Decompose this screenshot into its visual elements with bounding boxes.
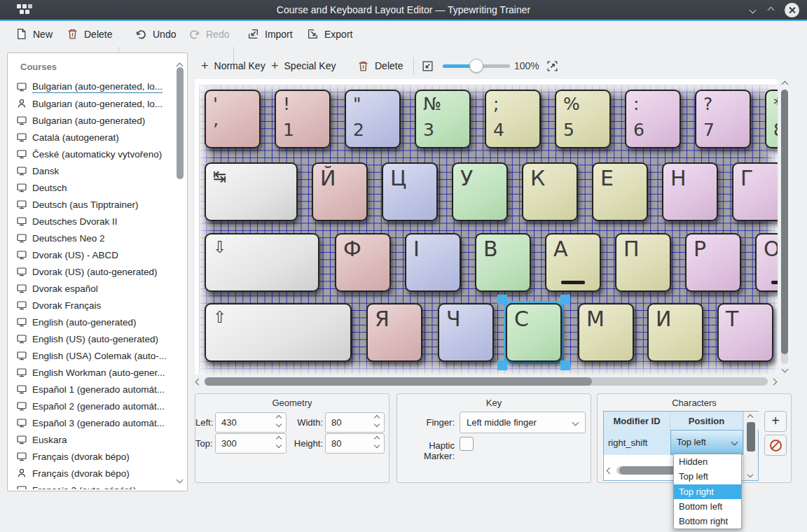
column-header-position[interactable]: Position xyxy=(670,412,743,430)
scrollbar-thumb[interactable] xyxy=(781,90,788,354)
scrollbar-thumb[interactable] xyxy=(205,377,592,386)
key-pe[interactable]: П xyxy=(615,233,671,292)
key-caps[interactable]: ⇩ xyxy=(205,233,319,292)
key-5[interactable]: %5 xyxy=(555,90,611,148)
spin-arrows-icon[interactable] xyxy=(375,416,379,426)
scrollbar-thumb[interactable] xyxy=(747,422,755,451)
course-item[interactable]: Dvorak Français xyxy=(9,297,173,314)
key-short-i[interactable]: Й xyxy=(312,162,368,221)
key-tab[interactable]: ↹ xyxy=(205,162,298,221)
key-es[interactable]: С xyxy=(506,303,562,362)
key-2[interactable]: "2 xyxy=(345,90,401,148)
zoom-original-button[interactable] xyxy=(422,52,434,79)
delete-button[interactable]: Delete xyxy=(67,21,112,47)
left-spinbox[interactable]: 430 xyxy=(215,412,287,433)
scroll-down-icon[interactable] xyxy=(782,366,789,373)
sidebar-scrollbar-thumb[interactable] xyxy=(177,67,184,179)
dropdown-option[interactable]: Hidden xyxy=(674,454,741,469)
course-item[interactable]: Deutsch xyxy=(9,179,173,196)
selection-handle[interactable] xyxy=(560,295,570,304)
dropdown-option[interactable]: Bottom left xyxy=(674,499,741,514)
normal-key-button[interactable]: + Normal Key xyxy=(201,52,265,79)
remove-character-button[interactable] xyxy=(764,435,787,456)
key-i-ukr[interactable]: І xyxy=(405,233,461,292)
key-4[interactable]: ;4 xyxy=(485,90,541,148)
spin-arrows-icon[interactable] xyxy=(375,437,379,447)
zoom-slider-thumb[interactable] xyxy=(469,59,483,73)
course-item[interactable]: Deutsches Neo 2 xyxy=(9,230,173,246)
sidebar-scroll-down-icon[interactable] xyxy=(177,472,182,485)
key-3[interactable]: №3 xyxy=(415,90,471,148)
selection-handle[interactable] xyxy=(497,295,507,304)
key-apostrophe[interactable]: '’ xyxy=(205,90,261,148)
selection-handle[interactable] xyxy=(560,360,570,370)
course-item[interactable]: English Workman (auto-gener... xyxy=(9,364,173,381)
course-item[interactable]: Français (dvorak bépo) xyxy=(9,465,173,482)
scroll-down-icon[interactable] xyxy=(747,472,753,477)
course-item[interactable]: Español 2 (generado automát... xyxy=(9,398,173,414)
course-item[interactable]: Euskara xyxy=(9,431,173,448)
spin-arrows-icon[interactable] xyxy=(277,416,281,426)
keyboard-vertical-scrollbar[interactable] xyxy=(779,79,791,374)
close-button[interactable] xyxy=(783,0,800,20)
course-item[interactable]: English (US) (auto-generated) xyxy=(9,330,173,347)
key-ye[interactable]: Е xyxy=(592,162,648,221)
key-6[interactable]: :6 xyxy=(625,90,681,148)
key-ge[interactable]: Г xyxy=(732,162,778,221)
finger-combobox[interactable]: Left middle finger xyxy=(460,412,586,433)
course-item[interactable]: Dvorak (US) - ABCD xyxy=(9,246,173,263)
key-ef[interactable]: Ф xyxy=(335,233,391,292)
course-item[interactable]: Français 2 (auto-généré) xyxy=(9,482,173,489)
key-er[interactable]: Р xyxy=(685,233,741,292)
scroll-up-icon[interactable] xyxy=(782,81,789,88)
key-8[interactable]: *8 xyxy=(765,90,778,148)
course-item[interactable]: Español 1 (generado automát... xyxy=(9,381,173,398)
key-1[interactable]: !1 xyxy=(275,90,331,148)
course-item[interactable]: English (auto-generated) xyxy=(9,314,173,330)
course-item[interactable]: Deutsch (aus Tipptrainer) xyxy=(9,196,173,213)
column-header-modifier-id[interactable]: Modifier ID xyxy=(604,412,670,430)
scroll-left-icon[interactable] xyxy=(607,468,614,475)
keyboard-layout-canvas[interactable]: '’!1"2№3;4%5:6?7*8↹ЙЦУКЕНГ⇩ФІВАПРО⇧ЯЧСМИ… xyxy=(195,79,778,374)
spin-arrows-icon[interactable] xyxy=(277,437,281,447)
key-ya[interactable]: Я xyxy=(366,303,422,362)
dropdown-option[interactable]: Top left xyxy=(674,469,741,484)
course-item[interactable]: Français (dvorak bépo) xyxy=(9,448,173,465)
key-o[interactable]: О xyxy=(755,233,778,292)
width-spinbox[interactable]: 80 xyxy=(325,412,385,433)
scroll-left-icon[interactable] xyxy=(195,379,202,386)
modifier-id-cell[interactable]: right_shift xyxy=(604,430,670,455)
key-ka[interactable]: К xyxy=(522,162,578,221)
height-spinbox[interactable]: 80 xyxy=(325,433,385,454)
key-em[interactable]: М xyxy=(578,303,634,362)
position-combobox[interactable]: Top left xyxy=(670,430,743,455)
keyboard-horizontal-scrollbar[interactable] xyxy=(195,376,778,387)
course-item[interactable]: Dansk xyxy=(9,162,173,179)
scroll-right-icon[interactable] xyxy=(771,379,778,386)
dropdown-option[interactable]: Top right xyxy=(674,484,741,499)
new-button[interactable]: New xyxy=(15,21,53,47)
course-item[interactable]: Bulgarian (auto-generated, lo... xyxy=(9,95,173,112)
course-item[interactable]: Català (autogenerat) xyxy=(9,129,173,146)
course-item[interactable]: Bulgarian (auto-generated) xyxy=(9,112,173,129)
redo-button[interactable]: Redo xyxy=(188,21,229,47)
minimize-button[interactable] xyxy=(744,0,761,20)
undo-button[interactable]: Undo xyxy=(135,21,176,47)
key-tse[interactable]: Ц xyxy=(382,162,438,221)
special-key-button[interactable]: + Special Key xyxy=(271,52,336,79)
delete-key-button[interactable]: Delete xyxy=(357,52,403,79)
top-spinbox[interactable]: 300 xyxy=(215,433,287,454)
import-button[interactable]: Import xyxy=(247,21,293,47)
key-i[interactable]: И xyxy=(647,303,703,362)
key-ve[interactable]: В xyxy=(475,233,531,292)
course-item[interactable]: Deutsches Dvorak II xyxy=(9,213,173,230)
key-a[interactable]: А xyxy=(545,233,601,292)
key-shift[interactable]: ⇧ xyxy=(205,303,352,362)
maximize-button[interactable] xyxy=(762,0,779,20)
dropdown-option[interactable]: Bottom right xyxy=(674,514,741,528)
scroll-up-icon[interactable] xyxy=(747,414,753,420)
course-item[interactable]: Español 3 (generado automát... xyxy=(9,414,173,431)
key-u[interactable]: У xyxy=(452,162,508,221)
course-item[interactable]: Dvorak (US) (auto-generated) xyxy=(9,263,173,280)
key-en[interactable]: Н xyxy=(662,162,718,221)
